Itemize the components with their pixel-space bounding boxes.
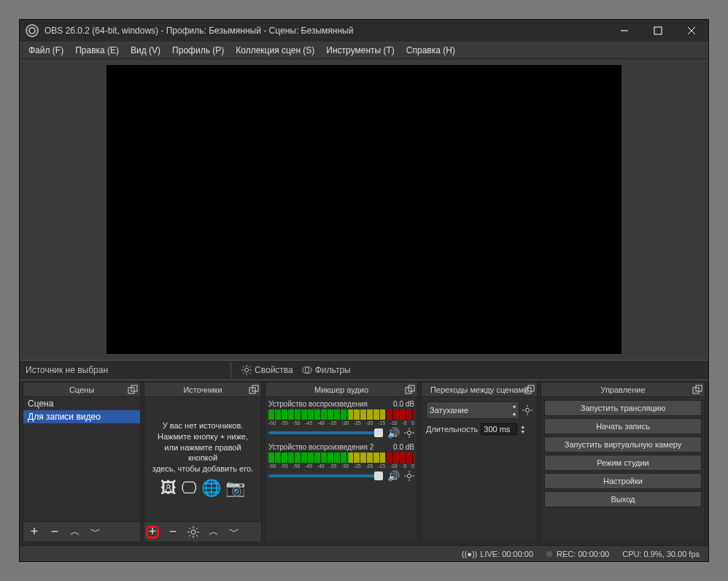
track-settings-button[interactable] xyxy=(404,471,414,481)
properties-label: Свойства xyxy=(255,365,293,375)
live-status: LIVE: 00:00:00 xyxy=(480,550,533,558)
gear-icon xyxy=(404,471,414,481)
controls-body: Запустить трансляцию Начать запись Запус… xyxy=(541,397,705,542)
duration-input[interactable] xyxy=(481,423,517,435)
audio-mixer-panel: Микшер аудио Устройство воспроизведения … xyxy=(265,382,418,542)
scene-item[interactable]: Сцена xyxy=(23,397,140,410)
transitions-body: Затухание ▾▴ Длительность ▲▼ xyxy=(422,397,537,542)
close-button[interactable] xyxy=(675,20,708,42)
mixer-header: Микшер аудио xyxy=(266,382,417,397)
svg-point-4 xyxy=(244,368,248,372)
maximize-button[interactable] xyxy=(641,20,675,42)
remove-scene-button[interactable]: − xyxy=(48,526,61,539)
sources-hint-line: здесь, чтобы добавить его. xyxy=(149,463,257,474)
titlebar: OBS 26.0.2 (64-bit, windows) - Профиль: … xyxy=(20,20,708,42)
popout-icon[interactable] xyxy=(524,385,535,395)
scene-item[interactable]: Для записи видео xyxy=(23,410,140,423)
volume-slider[interactable] xyxy=(268,431,383,434)
mixer-title: Микшер аудио xyxy=(314,385,368,394)
svg-line-26 xyxy=(196,528,198,529)
app-icon xyxy=(26,24,39,37)
popout-icon[interactable] xyxy=(128,385,138,395)
add-source-button[interactable]: + xyxy=(146,526,159,539)
properties-button[interactable]: Свойства xyxy=(237,363,298,377)
scenes-footer: + − ︿ ﹀ xyxy=(23,521,140,542)
source-up-button[interactable]: ︿ xyxy=(207,526,220,539)
scene-up-button[interactable]: ︿ xyxy=(69,526,82,539)
statusbar: ((●)) LIVE: 00:00:00 REC: 00:00:00 CPU: … xyxy=(20,545,708,561)
broadcast-icon: ((●)) xyxy=(462,550,477,558)
menu-view[interactable]: Вид (V) xyxy=(125,43,166,58)
menu-tools[interactable]: Инструменты (T) xyxy=(320,43,400,58)
image-icon: 🖼 xyxy=(160,479,177,498)
source-toolbar: Источник не выбран Свойства Фильтры xyxy=(20,360,708,380)
menubar: Файл (F) Правка (E) Вид (V) Профиль (P) … xyxy=(20,42,708,59)
transition-settings-button[interactable] xyxy=(522,405,533,415)
studio-mode-button[interactable]: Режим студии xyxy=(544,455,702,471)
menu-scene-collection[interactable]: Коллекция сцен (S) xyxy=(230,43,320,58)
sources-hint: У вас нет источников. Нажмите кнопку + н… xyxy=(149,420,257,474)
no-source-label: Источник не выбран xyxy=(26,365,108,375)
gear-icon xyxy=(187,526,199,538)
scenes-title: Сцены xyxy=(69,385,94,394)
menu-help[interactable]: Справка (H) xyxy=(400,43,461,58)
mixer-track: Устройство воспроизведения 0.0 dB -60-55… xyxy=(268,400,414,439)
sources-footer: + − ︿ ﹀ xyxy=(144,521,261,542)
source-down-button[interactable]: ﹀ xyxy=(228,526,241,539)
record-indicator-icon xyxy=(546,551,552,557)
close-icon xyxy=(687,26,696,35)
menu-file[interactable]: Файл (F) xyxy=(23,43,69,58)
preview-canvas[interactable] xyxy=(107,65,621,354)
audio-meter xyxy=(268,453,414,463)
track-settings-button[interactable] xyxy=(404,428,414,438)
track-db: 0.0 dB xyxy=(393,400,414,408)
speaker-icon[interactable]: 🔊 xyxy=(387,427,400,439)
source-properties-button[interactable] xyxy=(187,526,200,539)
chevron-down-icon: ▾▴ xyxy=(513,404,516,417)
duration-label: Длительность xyxy=(426,425,478,434)
volume-slider[interactable] xyxy=(268,474,383,477)
divider xyxy=(231,362,231,378)
add-scene-button[interactable]: + xyxy=(28,526,41,539)
transitions-header: Переходы между сценами xyxy=(422,382,537,397)
controls-panel: Управление Запустить трансляцию Начать з… xyxy=(541,382,705,542)
start-recording-button[interactable]: Начать запись xyxy=(544,418,702,434)
start-streaming-button[interactable]: Запустить трансляцию xyxy=(544,400,702,416)
speaker-icon[interactable]: 🔊 xyxy=(387,470,400,482)
menu-profile[interactable]: Профиль (P) xyxy=(166,43,230,58)
scenes-panel: Сцены Сцена Для записи видео + − ︿ ﹀ xyxy=(23,382,141,542)
minimize-icon xyxy=(620,26,629,35)
globe-icon: 🌐 xyxy=(201,479,221,498)
mixer-track: Устройство воспроизведения 2 0.0 dB -60-… xyxy=(268,443,414,482)
popout-icon[interactable] xyxy=(692,385,702,395)
remove-source-button[interactable]: − xyxy=(166,526,179,539)
filter-icon xyxy=(302,365,312,375)
start-virtual-camera-button[interactable]: Запустить виртуальную камеру xyxy=(544,436,702,453)
minimize-button[interactable] xyxy=(608,20,641,42)
settings-button[interactable]: Настройки xyxy=(544,473,702,489)
scenes-header: Сцены xyxy=(23,382,140,397)
scenes-list[interactable]: Сцена Для записи видео xyxy=(23,397,140,521)
audio-meter xyxy=(268,409,414,420)
sources-title: Источники xyxy=(183,385,222,394)
menu-edit[interactable]: Правка (E) xyxy=(69,43,125,58)
mixer-body: Устройство воспроизведения 0.0 dB -60-55… xyxy=(266,397,417,542)
meter-ticks: -60-55-50-45-40-35-30-25-20-15-10-50 xyxy=(268,420,414,426)
camera-icon: 📷 xyxy=(225,479,245,498)
sources-hint-line: или нажмите правой кнопкой xyxy=(149,442,257,464)
popout-icon[interactable] xyxy=(405,385,415,395)
exit-button[interactable]: Выход xyxy=(544,491,702,507)
duration-spinner[interactable]: ▲▼ xyxy=(520,424,525,434)
transition-select[interactable]: Затухание ▾▴ xyxy=(426,401,519,419)
sources-body[interactable]: У вас нет источников. Нажмите кнопку + н… xyxy=(144,397,261,521)
svg-line-9 xyxy=(243,366,244,368)
filters-button[interactable]: Фильтры xyxy=(298,363,355,377)
meter-ticks: -60-55-50-45-40-35-30-25-20-15-10-50 xyxy=(268,463,414,469)
svg-point-30 xyxy=(407,431,411,434)
window-title: OBS 26.0.2 (64-bit, windows) - Профиль: … xyxy=(44,26,353,36)
display-icon: 🖵 xyxy=(181,479,197,498)
scene-down-button[interactable]: ﹀ xyxy=(89,526,102,539)
cpu-status: CPU: 0.9%, 30.00 fps xyxy=(622,550,700,558)
popout-icon[interactable] xyxy=(249,385,259,395)
transition-selected: Затухание xyxy=(430,406,468,415)
